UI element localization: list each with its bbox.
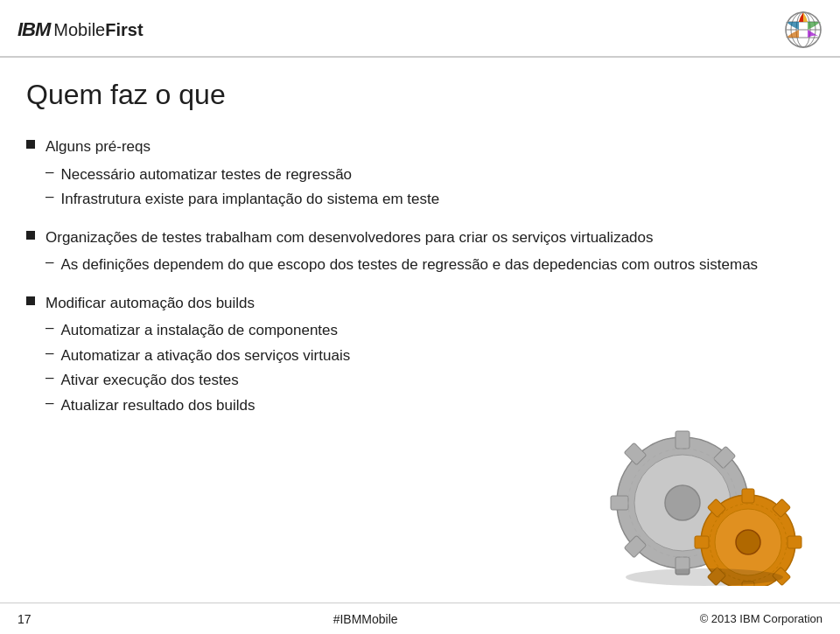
first-logo-text: First (105, 20, 143, 40)
bullet-square-icon (26, 140, 35, 149)
prereq-item-2: Infrastrutura existe para implantação do… (60, 188, 439, 211)
dash-icon: – (46, 188, 53, 206)
builds-item-4: Atualizar resultado dos builds (60, 394, 255, 417)
builds-item-3: Ativar execução dos testes (60, 369, 238, 392)
logo: IBM MobileFirst (18, 18, 144, 41)
builds-item-2: Automatizar a ativação dos serviços virt… (60, 345, 350, 367)
dash-icon: – (46, 319, 53, 337)
footer: 17 #IBMMobile © 2013 IBM Corporation (0, 603, 840, 634)
gear-illustration (578, 398, 805, 586)
section-orgs: Organizações de testes trabalham com des… (26, 226, 814, 276)
list-item: – Automatizar a instalação de componente… (46, 319, 814, 342)
list-item: – As definições dependem do que escopo d… (46, 254, 814, 276)
footer-hashtag: #IBMMobile (333, 612, 398, 626)
list-item: – Automatizar a ativação dos serviços vi… (46, 345, 814, 367)
dash-icon: – (46, 369, 53, 387)
main-content: Quem faz o que Alguns pré-reqs – Necessá… (0, 58, 840, 441)
header: IBM MobileFirst (0, 0, 840, 58)
bullet-orgs: Organizações de testes trabalham com des… (26, 226, 814, 249)
list-item: – Necessário automatizar testes de regre… (46, 164, 814, 186)
page-title: Quem faz o que (26, 79, 814, 111)
footer-copyright: © 2013 IBM Corporation (700, 612, 822, 625)
dash-icon: – (46, 254, 53, 271)
bullet-prereqs: Alguns pré-reqs (26, 136, 814, 158)
dash-icon: – (46, 164, 53, 181)
ibm-logo-text: IBM (18, 18, 50, 41)
prereq-item-1: Necessário automatizar testes de regress… (60, 164, 352, 186)
svg-point-21 (736, 530, 760, 554)
svg-rect-22 (742, 489, 754, 503)
list-item: – Ativar execução dos testes (46, 369, 814, 392)
prereqs-subitems: – Necessário automatizar testes de regre… (46, 164, 814, 211)
orgs-item-1: As definições dependem do que escopo dos… (60, 254, 758, 276)
bullet-square-icon (26, 231, 35, 240)
section-prereqs: Alguns pré-reqs – Necessário automatizar… (26, 136, 814, 211)
dash-icon: – (46, 394, 53, 412)
builds-item-1: Automatizar a instalação de componentes (60, 319, 338, 342)
mobile-logo-text: Mobile (53, 20, 105, 40)
svg-rect-10 (676, 431, 690, 449)
svg-rect-25 (788, 536, 802, 548)
svg-rect-12 (611, 496, 628, 510)
svg-rect-24 (695, 536, 709, 548)
dash-icon: – (46, 345, 53, 362)
ibm-globe-icon (784, 10, 822, 49)
builds-label: Modificar automação dos builds (46, 292, 255, 315)
bullet-builds: Modificar automação dos builds (26, 292, 814, 315)
prereqs-label: Alguns pré-reqs (46, 136, 150, 158)
svg-point-31 (626, 568, 783, 586)
page-number: 17 (18, 612, 32, 626)
orgs-subitems: – As definições dependem do que escopo d… (46, 254, 814, 276)
orgs-label: Organizações de testes trabalham com des… (46, 226, 654, 249)
bullet-square-icon (26, 296, 35, 305)
list-item: – Infrastrutura existe para implantação … (46, 188, 814, 211)
svg-point-9 (665, 485, 700, 520)
